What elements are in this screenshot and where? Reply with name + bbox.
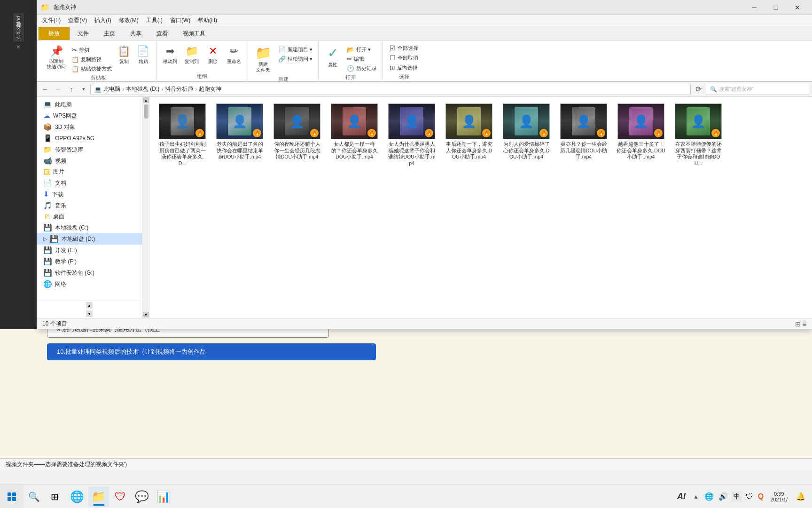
menu-item-window[interactable]: 窗口(W) [166, 15, 194, 26]
taskbar-app-antivirus[interactable]: 🛡 [110, 486, 131, 507]
file-item-9[interactable]: 👤 🔥 在家不随随便便的还穿西装打领带？这辈子你会和谁结婚DOU... [672, 102, 725, 169]
sidebar-item-oppo[interactable]: 📱 OPPO A92s 5G [37, 133, 142, 144]
new-item-button[interactable]: 📄 新建项目 ▾ [276, 45, 314, 54]
copy-path-button[interactable]: 📋 复制路径 [70, 55, 114, 64]
move-to-button[interactable]: ➡ 移动到 [160, 43, 180, 67]
recent-locations-button[interactable]: ▾ [79, 84, 88, 95]
maximize-btn[interactable]: □ [765, 0, 787, 15]
taskbar-search[interactable]: 🔍 [23, 486, 44, 507]
xmind-tab-label[interactable]: 4.X教程.xmind [13, 13, 24, 42]
sidebar-item-wps[interactable]: ☁ WPS网盘 [37, 110, 142, 121]
taskview-icon: ⊞ [51, 491, 59, 502]
rename-button[interactable]: ✏ 重命名 [224, 43, 244, 67]
file-item-5[interactable]: 👤 🔥 事后还闹一下，讲究人你还会单身多久.DOU小助手.mp4 [443, 102, 495, 169]
taskbar-app-browser[interactable]: 🌐 [67, 486, 87, 507]
tab-play[interactable]: 播放 [39, 27, 70, 40]
sidebar-item-download[interactable]: ⬇ 下载 [37, 189, 142, 200]
select-label: 选择 [387, 72, 421, 80]
file-item-2[interactable]: 👤 🔥 你的夜晚还还躺个人你一生会经历几段恋情DOU小助手.mp4 [271, 102, 323, 169]
sidebar-item-drive-d[interactable]: ▷ 💾 本地磁盘 (D:) [37, 233, 142, 245]
edit-button[interactable]: ✏ 编辑 [345, 55, 379, 64]
breadcrumb[interactable]: 💻 此电脑 › 本地磁盘 (D:) › 抖音分析师 › 超跑女神 [90, 84, 691, 95]
search-taskbar-icon: 🔍 [28, 491, 40, 502]
up-button[interactable]: ↑ [66, 84, 77, 95]
xmind-close-tab[interactable]: ✕ [16, 44, 21, 50]
folder-icon: 📁 [43, 145, 52, 154]
ribbon-tabs: 播放 文件 主页 共享 查看 视频工具 [37, 26, 812, 40]
menu-item-view[interactable]: 查看(V) [64, 15, 91, 26]
sidebar-item-docs[interactable]: 📄 文档 [37, 177, 142, 189]
easy-access-button[interactable]: 🔗 轻松访问 ▾ [276, 55, 314, 64]
sidebar-item-computer[interactable]: 💻 此电脑 [37, 99, 142, 110]
taskbar-app-stats[interactable]: 📊 [153, 486, 174, 507]
menu-item-tools[interactable]: 工具(I) [142, 15, 166, 26]
minimize-btn[interactable]: ─ [743, 0, 765, 15]
chevron-up-icon[interactable]: ▲ [691, 492, 701, 501]
sidebar-item-video[interactable]: 📹 视频 [37, 155, 142, 167]
properties-button[interactable]: ✓ 属性 [322, 43, 343, 70]
tab-share[interactable]: 共享 [123, 27, 148, 40]
file-item-1[interactable]: 👤 🔥 老夫的船是出了名的快你会在哪里结束单身DOU小助手.mp4 [213, 102, 266, 169]
tab-video-tools[interactable]: 视频工具 [176, 27, 212, 40]
new-folder-button[interactable]: 📁 新建文件夹 [252, 43, 274, 75]
sidebar-item-chuanzhi[interactable]: 📁 传智资源库 [37, 144, 142, 155]
menu-item-file[interactable]: 文件(F) [39, 15, 64, 26]
copy-button[interactable]: 📋 复制 [115, 43, 133, 67]
file-item-6[interactable]: 👤 🔥 为别人的爱情操碎了心你还会单身多久.DOU小助手.mp4 [500, 102, 553, 169]
qq-tray[interactable]: Q [757, 492, 765, 502]
sidebar-scroll-down[interactable]: ▼ [86, 310, 93, 317]
sidebar-scrollbar[interactable]: ▲ ▼ [142, 97, 149, 318]
taskbar-taskview[interactable]: ⊞ [44, 486, 65, 507]
close-btn[interactable]: ✕ [787, 0, 808, 15]
taskbar-app-wechat[interactable]: 💬 [132, 486, 152, 507]
invert-selection-button[interactable]: ⊞ 反向选择 [387, 63, 421, 72]
search-box[interactable]: 🔍 搜索"超跑女神" [706, 84, 809, 95]
cut-button-small[interactable]: ✂ 剪切 [70, 45, 114, 55]
copy-to-button[interactable]: 📁 复制到 [182, 43, 202, 67]
menu-item-insert[interactable]: 插入(I) [91, 15, 115, 26]
start-button-area[interactable] [0, 485, 23, 508]
tab-view[interactable]: 查看 [149, 27, 175, 40]
file-item-8[interactable]: 👤 🔥 越看越像三十多了！你还会单身多久.DOU小助手..mp4 [615, 102, 667, 169]
input-method-indicator[interactable]: 中 [732, 492, 742, 502]
file-item-7[interactable]: 👤 🔥 吴亦凡？你一生会经历几段恋情DOU小助手.mp4 [557, 102, 610, 169]
paste-button[interactable]: 📄 粘贴 [134, 43, 152, 67]
sidebar-item-drive-e[interactable]: 💾 开发 (E:) [37, 245, 142, 256]
sidebar-item-desktop[interactable]: 🖥 桌面 [37, 211, 142, 222]
deselect-all-button[interactable]: ☐ 全部取消 [387, 53, 421, 63]
sidebar-item-drive-g[interactable]: 💾 软件安装包 (G:) [37, 267, 142, 278]
network-tray-icon[interactable]: 🌐 [703, 491, 715, 502]
download-icon: ⬇ [43, 190, 49, 198]
sidebar-item-3d[interactable]: 📦 3D 对象 [37, 121, 142, 133]
pin-button[interactable]: 📌 固定到快速访问 [44, 43, 69, 71]
sidebar-item-drive-f[interactable]: 💾 教学 (F:) [37, 256, 142, 267]
sidebar-item-pictures[interactable]: 🖼 图片 [37, 167, 142, 177]
menu-item-help[interactable]: 帮助(H) [194, 15, 221, 26]
delete-button[interactable]: ✕ 删除 [203, 43, 222, 67]
tab-home[interactable]: 主页 [97, 27, 122, 40]
tab-file[interactable]: 文件 [70, 27, 96, 40]
file-item-4[interactable]: 👤 🔥 女人为什么要逼男人骗她呢这辈子你会和谁结婚DOU小助手.mp4 [385, 102, 438, 169]
taskbar-app-fileexplorer[interactable]: 📁 [88, 486, 109, 507]
select-all-button[interactable]: ☑ 全部选择 [387, 43, 421, 53]
sidebar-scroll-up[interactable]: ▲ [86, 302, 93, 309]
open-button[interactable]: 📂 打开 ▾ [345, 45, 379, 54]
volume-tray-icon[interactable]: 🔊 [718, 491, 729, 502]
notification-btn[interactable]: 🔔 [793, 486, 808, 507]
menu-item-modify[interactable]: 修改(M) [115, 15, 142, 26]
paste-shortcut-button[interactable]: 📋 粘贴快捷方式 [70, 64, 114, 73]
ai-label[interactable]: Ai [674, 491, 688, 502]
antivirus-tray[interactable]: 🛡 [745, 492, 754, 502]
file-item-0[interactable]: 👤 🔥 孩子出生妈妈刚刚到厨房自己做了两菜一汤你还会单身多久.D... [156, 102, 209, 169]
forward-button[interactable]: → [53, 84, 64, 95]
file-item-3[interactable]: 👤 🔥 女人都是一模一样的？你还会单身多久DOU小助手.mp4 [328, 102, 381, 169]
refresh-button[interactable]: ⟳ [693, 84, 704, 95]
sidebar-item-drive-c[interactable]: 💾 本地磁盘 (C:) [37, 222, 142, 233]
mindmap-node-10[interactable]: 10.批量处理同类视频后的技术（让到视频将一为创作品 [47, 343, 376, 360]
back-button[interactable]: ← [39, 84, 51, 95]
history-button[interactable]: 🕐 历史记录 [345, 64, 379, 73]
clock-display[interactable]: 0:39 2021/1/ [767, 490, 790, 503]
sidebar-item-music[interactable]: 🎵 音乐 [37, 200, 142, 211]
sidebar-item-network[interactable]: 🌐 网络 [37, 278, 142, 290]
view-options[interactable]: ⊞ ≡ [795, 320, 806, 328]
